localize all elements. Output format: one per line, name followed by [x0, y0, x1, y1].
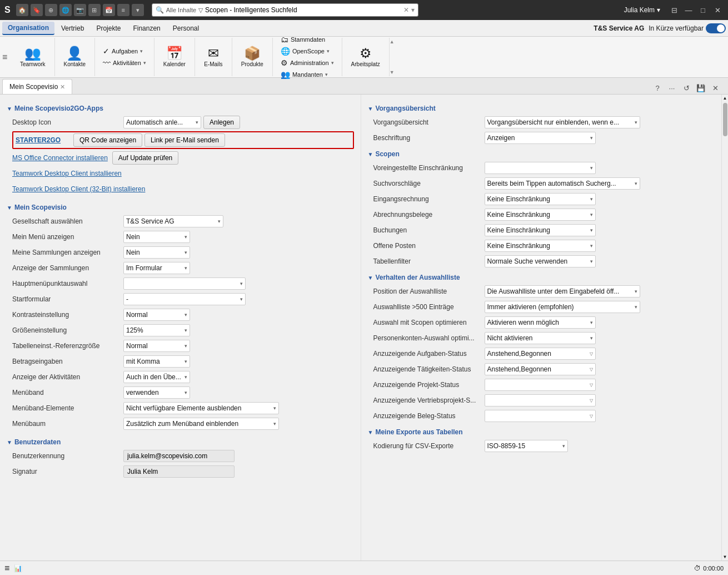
auswahlliste-500-select[interactable]: Immer aktivieren (empfohlen) ▾ [485, 301, 640, 313]
chevron-apps-icon[interactable]: ▼ [7, 106, 12, 112]
auswahl-scopen-select[interactable]: Aktivieren wenn möglich ▾ [485, 316, 596, 329]
aufgaben-menu-item[interactable]: ✓ Aufgaben ▾ [99, 46, 149, 57]
sammlungen-select[interactable]: Nein ▾ [123, 246, 190, 259]
ribbon-teamwork-button[interactable]: 👥 Teamwork [16, 44, 50, 70]
teamwork-client-link[interactable]: Teamwork Desktop Client installieren [7, 170, 122, 177]
menuband-select[interactable]: verwenden ▾ [123, 386, 190, 399]
window-close-icon[interactable]: ✕ [711, 4, 724, 16]
close-button[interactable]: ✕ [709, 82, 721, 94]
chevron-benutzerdaten-icon[interactable]: ▼ [7, 439, 12, 445]
starter2go-label[interactable]: STARTER2GO [16, 136, 71, 144]
personenkonten-select[interactable]: Nicht aktivieren ▾ [485, 332, 596, 344]
qr-code-button[interactable]: QR Code anzeigen [73, 133, 142, 147]
chevron-auswahlliste-icon[interactable]: ▼ [368, 275, 373, 281]
taetigkeiten-status-select[interactable]: Anstehend,Begonnen ▽ [485, 363, 596, 375]
user-menu[interactable]: Julia Kelm ▾ [624, 6, 660, 14]
chevron-vorgangsubersicht-icon[interactable]: ▼ [368, 106, 373, 112]
menu-vertrieb[interactable]: Vertrieb [56, 22, 89, 34]
ribbon-expand-btn[interactable]: ▲ ▼ [390, 38, 398, 76]
eingangsrechnung-select[interactable]: Keine Einschränkung ▾ [485, 193, 596, 205]
chevron-exporte-icon[interactable]: ▼ [368, 429, 373, 435]
menu-finanzen[interactable]: Finanzen [127, 22, 166, 34]
camera-icon[interactable]: 📷 [74, 4, 86, 16]
abrechnungsbelege-select[interactable]: Keine Einschränkung ▾ [485, 209, 596, 221]
tab-close-icon[interactable]: ✕ [60, 83, 65, 91]
projekt-status-select[interactable]: ▽ [485, 379, 596, 391]
update-check-button[interactable]: Auf Update prüfen [112, 151, 178, 165]
betragseingaben-select[interactable]: mit Komma ▾ [123, 355, 190, 368]
voreingestellte-select[interactable]: ▾ [485, 162, 596, 174]
csv-kodierung-select[interactable]: ISO-8859-15 ▾ [485, 440, 568, 452]
scroll-down-arrow[interactable]: ▼ [722, 553, 728, 561]
bookmark-icon[interactable]: 🔖 [31, 4, 43, 16]
chevron-scopen-icon[interactable]: ▼ [368, 151, 373, 157]
anzeige-sammlungen-select[interactable]: Im Formular ▾ [123, 262, 190, 274]
help-button[interactable]: ? [651, 82, 664, 94]
vorgangsubersicht-select[interactable]: Vorgangsübersicht nur einblenden, wenn e… [485, 116, 640, 128]
ribbon-kontakte-button[interactable]: 👤 Kontakte [59, 44, 90, 70]
gesellschaft-select[interactable]: T&S Service AG ▾ [123, 215, 223, 227]
search-input[interactable] [205, 6, 401, 14]
window-maximize-icon[interactable]: □ [697, 4, 709, 16]
status-toggle[interactable]: In Kürze verfügbar [649, 23, 726, 33]
ribbon-toggle[interactable]: ≡ [2, 38, 11, 76]
offene-posten-select[interactable]: Keine Einschränkung ▾ [485, 240, 596, 252]
kontrast-select[interactable]: Normal ▾ [123, 309, 190, 321]
more-button[interactable]: ··· [666, 82, 678, 94]
ms-office-link[interactable]: MS Office Connector installieren [7, 154, 108, 162]
beschriftung-select[interactable]: Anzeigen ▾ [485, 132, 596, 144]
grid-icon[interactable]: ⊞ [88, 4, 101, 16]
link-email-button[interactable]: Link per E-Mail senden [144, 133, 225, 147]
aktivitaeten-menu-item[interactable]: 〰 Aktivitäten ▾ [99, 57, 149, 68]
mandanten-menu-item[interactable]: 👥 Mandanten ▾ [277, 69, 337, 80]
tabellenfilter-select[interactable]: Normale Suche verwenden ▾ [485, 255, 596, 267]
administration-menu-item[interactable]: ⚙ Administration ▾ [277, 57, 337, 68]
scroll-thumb[interactable] [723, 103, 727, 136]
stammdaten-menu-item[interactable]: 🗂 Stammdaten [277, 34, 337, 45]
beleg-status-select[interactable]: ▽ [485, 410, 596, 422]
calendar-icon[interactable]: 📅 [103, 4, 115, 16]
teamwork-client-32-link[interactable]: Teamwork Desktop Client (32-Bit) install… [7, 185, 145, 193]
globe-icon[interactable]: 🌐 [59, 4, 72, 16]
status-menu-icon[interactable]: ≡ [4, 563, 9, 573]
window-minimize-icon[interactable]: — [682, 4, 695, 16]
refresh-button[interactable]: ↺ [680, 82, 692, 94]
menu-projekte[interactable]: Projekte [91, 22, 126, 34]
buchungen-select[interactable]: Keine Einschränkung ▾ [485, 224, 596, 236]
toggle-switch[interactable] [706, 23, 726, 33]
desktop-icon-select[interactable]: Automatisch anle... ▾ [123, 116, 201, 128]
anlegen-button[interactable]: Anlegen [203, 116, 240, 129]
tab-mein-scopevisio[interactable]: Mein Scopevisio ✕ [2, 79, 72, 94]
groesse-select[interactable]: 125% ▾ [123, 324, 190, 336]
search-bar[interactable]: 🔍 Alle Inhalte ▽ ✕ ▾ [152, 3, 418, 17]
suchvorschlaege-select[interactable]: Bereits beim Tippen automatisch Sucherg.… [485, 177, 640, 190]
main-scrollbar[interactable]: ▲ ▼ [721, 95, 728, 561]
search-dropdown-icon[interactable]: ▾ [411, 6, 415, 14]
status-chart-icon[interactable]: 📊 [14, 564, 22, 572]
menubaum-select[interactable]: Zusätzlich zum Menüband einblenden ▾ [123, 418, 279, 430]
ribbon-emails-button[interactable]: ✉ E-Mails [200, 44, 227, 70]
startformular-select[interactable]: - ▾ [123, 293, 246, 305]
home-icon[interactable]: 🏠 [16, 4, 28, 16]
ribbon-produkte-button[interactable]: 📦 Produkte [237, 44, 268, 70]
menu-organisation[interactable]: Organisation [2, 22, 54, 35]
position-auswahlliste-select[interactable]: Die Auswahlliste unter dem Eingabefeld ö… [485, 285, 640, 298]
chevron-scopevisio-icon[interactable]: ▼ [7, 205, 12, 211]
menuband-elemente-select[interactable]: Nicht verfügbare Elemente ausblenden ▾ [123, 402, 279, 414]
mein-menu-select[interactable]: Nein ▾ [123, 231, 190, 243]
arrow-down-icon[interactable]: ▾ [132, 4, 144, 16]
save-button[interactable]: 💾 [695, 82, 707, 94]
window-settings-icon[interactable]: ⊟ [668, 4, 680, 16]
openscope-menu-item[interactable]: 🌐 OpenScope ▾ [277, 46, 337, 57]
benutzerkennung-input[interactable] [123, 450, 235, 462]
aufgaben-status-select[interactable]: Anstehend,Begonnen ▽ [485, 348, 596, 360]
scroll-up-arrow[interactable]: ▲ [722, 95, 728, 102]
layers-icon[interactable]: ≡ [117, 4, 129, 16]
search-clear-icon[interactable]: ✕ [403, 6, 409, 14]
vertriebsprojekt-status-select[interactable]: ▽ [485, 394, 596, 407]
ribbon-kalender-button[interactable]: 📅 Kalender [159, 44, 190, 70]
ribbon-arbeitsplatz-button[interactable]: ⚙ Arbeitsplatz [347, 44, 385, 70]
aktivitaeten-display-select[interactable]: Auch in den Übe... ▾ [123, 371, 190, 383]
hauptmenu-select[interactable]: ▾ [123, 277, 246, 290]
menu-personal[interactable]: Personal [167, 22, 205, 34]
